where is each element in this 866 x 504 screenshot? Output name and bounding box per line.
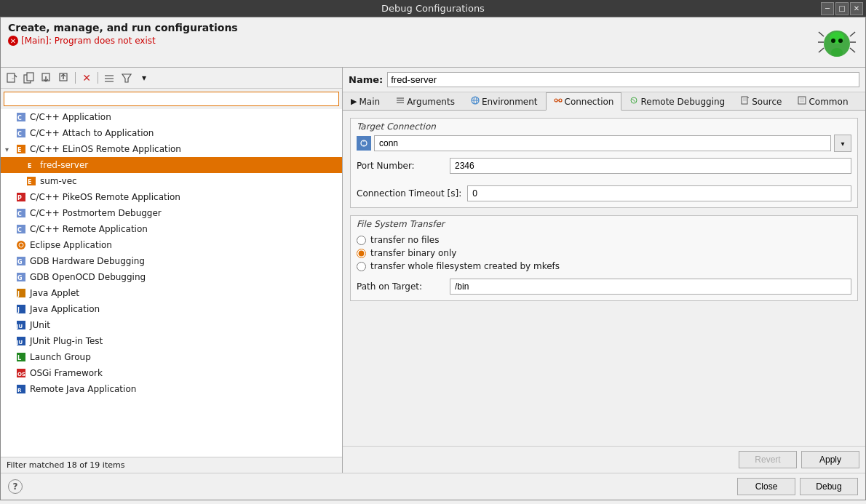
tab-remote-debugging[interactable]: Remote Debugging	[621, 92, 733, 110]
svg-point-66	[555, 99, 557, 102]
tree-item-java-applet[interactable]: J Java Applet	[1, 285, 342, 301]
window-controls[interactable]: ─ □ ✕	[821, 2, 863, 15]
duplicate-button[interactable]	[21, 70, 37, 86]
remote-java-label: Remote Java Application	[30, 384, 136, 394]
tree-item-eclipse-app[interactable]: Eclipse Application	[1, 237, 342, 253]
port-number-input[interactable]	[450, 158, 851, 174]
close-window-button[interactable]: ✕	[850, 2, 863, 15]
svg-point-67	[559, 99, 562, 102]
tab-connection-label: Connection	[565, 97, 614, 107]
tree-item-cpp-app[interactable]: C C/C++ Application	[1, 109, 342, 125]
debug-button[interactable]: Debug	[800, 478, 858, 495]
cpp-remote-icon: C	[15, 223, 27, 235]
path-label: Path on Target:	[357, 281, 444, 292]
svg-text:G: G	[17, 275, 23, 281]
delete-button[interactable]: ✕	[79, 70, 95, 86]
sum-vec-label: sum-vec	[40, 176, 77, 186]
radio-whole-fs[interactable]: transfer whole filesystem created by mke…	[357, 261, 851, 271]
radio-no-files-label: transfer no files	[370, 235, 440, 245]
tree-item-java-app[interactable]: J Java Application	[1, 301, 342, 317]
cpp-app-label: C/C++ Application	[30, 112, 111, 122]
tree-item-launch-group[interactable]: L Launch Group	[1, 349, 342, 365]
svg-point-3	[838, 39, 843, 43]
tab-source-label: Source	[752, 97, 782, 107]
svg-line-4	[819, 32, 824, 36]
common-tab-icon	[798, 96, 806, 107]
remote-debugging-tab-icon	[629, 96, 638, 107]
tabs: ▶ Main Arguments Environment	[343, 92, 865, 111]
java-applet-label: Java Applet	[30, 288, 79, 298]
top-area: Create, manage, and run configurations ✕…	[1, 17, 865, 67]
import-button[interactable]	[39, 70, 55, 86]
toolbar-separator-1	[75, 72, 76, 84]
revert-button[interactable]: Revert	[739, 451, 797, 468]
bottom-bar: Revert Apply	[343, 446, 865, 473]
radio-no-files[interactable]: transfer no files	[357, 235, 851, 245]
minimize-button[interactable]: ─	[821, 2, 834, 15]
junit-label: JUnit	[30, 320, 50, 330]
name-row: Name:	[343, 68, 865, 92]
eclipse-app-icon	[15, 239, 27, 251]
dropdown-arrow[interactable]: ▾	[834, 135, 851, 152]
tree-item-fred-server[interactable]: E fred-server	[1, 157, 342, 173]
tree-item-sum-vec[interactable]: E sum-vec	[1, 173, 342, 189]
footer-right: Close Debug	[737, 478, 858, 495]
tab-common[interactable]: Common	[790, 92, 856, 110]
fred-server-label: fred-server	[40, 160, 88, 170]
help-button[interactable]: ?	[8, 479, 23, 494]
filter-button[interactable]	[119, 70, 135, 86]
close-button[interactable]: Close	[737, 478, 795, 495]
gdb-openocd-icon: G	[15, 271, 27, 283]
timeout-label: Connection Timeout [s]:	[357, 188, 461, 199]
tree-item-cpp-attach[interactable]: C C/C++ Attach to Application	[1, 125, 342, 141]
tab-arguments[interactable]: Arguments	[388, 92, 463, 110]
tree-item-cpp-pikeos[interactable]: P C/C++ PikeOS Remote Application	[1, 189, 342, 205]
svg-point-10	[831, 48, 843, 57]
svg-line-7	[850, 32, 855, 36]
tree-item-osgi[interactable]: OS OSGi Framework	[1, 365, 342, 381]
tree-item-cpp-elinos[interactable]: ▾ E C/C++ ELinOS Remote Application	[1, 141, 342, 157]
new-config-button[interactable]	[4, 70, 20, 86]
tree-item-remote-java[interactable]: R Remote Java Application	[1, 381, 342, 397]
tab-connection[interactable]: Connection	[546, 92, 622, 111]
path-input[interactable]	[450, 279, 851, 295]
radio-binary-only[interactable]: transfer binary only	[357, 248, 851, 258]
collapse-all-button[interactable]	[101, 70, 117, 86]
connection-select[interactable]: conn	[374, 135, 831, 151]
tree-item-junit[interactable]: JU JUnit	[1, 317, 342, 333]
timeout-input[interactable]	[467, 185, 851, 201]
eclipse-app-label: Eclipse Application	[30, 240, 112, 250]
svg-line-70	[632, 99, 635, 102]
svg-text:L: L	[17, 355, 21, 361]
tree-item-gdb-openocd[interactable]: G GDB OpenOCD Debugging	[1, 269, 342, 285]
main-window: Create, manage, and run configurations ✕…	[0, 17, 866, 500]
gdb-hardware-label: GDB Hardware Debugging	[30, 256, 145, 266]
cpp-attach-label: C/C++ Attach to Application	[30, 128, 154, 138]
tab-source[interactable]: Source	[733, 92, 790, 110]
name-input[interactable]	[387, 72, 859, 87]
filter-input[interactable]	[4, 92, 339, 106]
bug-logo	[816, 22, 858, 64]
tree-item-cpp-postmortem[interactable]: C C/C++ Postmortem Debugger	[1, 205, 342, 221]
connection-dropdown-icon	[357, 136, 371, 151]
radio-binary-only-input[interactable]	[357, 249, 366, 258]
java-app-icon: J	[15, 303, 27, 315]
svg-point-2	[831, 39, 835, 43]
radio-binary-only-label: transfer binary only	[370, 248, 456, 258]
filter-dropdown-button[interactable]: ▾	[136, 70, 152, 86]
tab-environment[interactable]: Environment	[463, 92, 546, 110]
target-connection-title: Target Connection	[351, 119, 857, 135]
radio-no-files-input[interactable]	[357, 236, 366, 245]
radio-whole-fs-input[interactable]	[357, 262, 366, 271]
tree-item-cpp-remote[interactable]: C C/C++ Remote Application	[1, 221, 342, 237]
maximize-button[interactable]: □	[835, 2, 849, 15]
svg-text:J: J	[17, 291, 20, 297]
tab-main[interactable]: ▶ Main	[343, 92, 388, 110]
svg-rect-15	[27, 73, 33, 81]
port-label: Port Number:	[357, 161, 444, 171]
environment-tab-icon	[471, 96, 480, 107]
apply-button[interactable]: Apply	[801, 451, 859, 468]
tree-item-gdb-hardware[interactable]: G GDB Hardware Debugging	[1, 253, 342, 269]
export-button[interactable]	[56, 70, 72, 86]
tree-item-junit-plugin[interactable]: JU JUnit Plug-in Test	[1, 333, 342, 349]
